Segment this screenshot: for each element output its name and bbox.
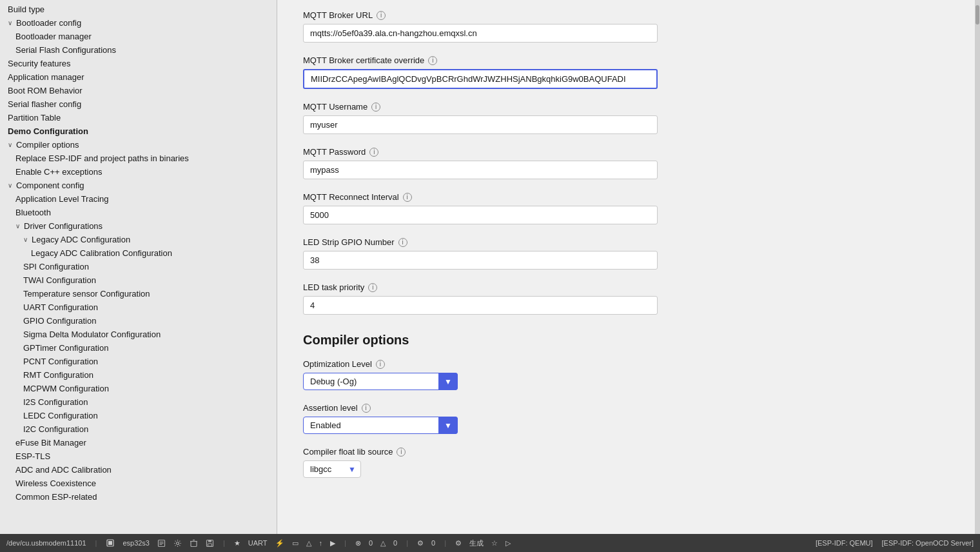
sidebar-item-label-bluetooth: Bluetooth xyxy=(15,208,51,217)
settings-icon[interactable] xyxy=(173,539,182,547)
info-icon-mqtt-reconnect-interval[interactable]: i xyxy=(403,193,412,202)
sidebar-item-application-manager[interactable]: Application manager xyxy=(0,70,277,84)
save-icon[interactable] xyxy=(206,539,214,547)
sidebar-item-enable-cpp-exceptions[interactable]: Enable C++ exceptions xyxy=(0,165,277,179)
sidebar-item-label-gpio-configuration: GPIO Configuration xyxy=(23,316,96,326)
field-label-text-mqtt-broker-cert-override: MQTT Broker certificate override xyxy=(303,55,424,65)
select-assertion-level[interactable]: EnabledDisabledSilent xyxy=(303,417,458,434)
generate-label[interactable]: 生成 xyxy=(469,538,484,548)
sidebar-item-label-i2c-configuration: I2C Configuration xyxy=(23,424,88,434)
sidebar-item-label-legacy-adc-calibration-configuration: Legacy ADC Calibration Configuration xyxy=(31,248,172,258)
field-value-mqtt-password[interactable]: mypass xyxy=(303,161,658,179)
sidebar-item-component-config[interactable]: Component config xyxy=(0,179,277,192)
compiler-field-label-text-optimization-level: Optimization Level xyxy=(303,359,372,369)
sidebar-item-build-type[interactable]: Build type xyxy=(0,3,277,16)
sidebar-item-i2s-configuration[interactable]: I2S Configuration xyxy=(0,395,277,409)
star-outline-icon[interactable]: ☆ xyxy=(491,539,498,547)
sidebar-item-legacy-adc-calibration-configuration[interactable]: Legacy ADC Calibration Configuration xyxy=(0,246,277,260)
chevron-down-icon xyxy=(8,19,12,26)
sidebar-item-mcpwm-configuration[interactable]: MCPWM Configuration xyxy=(0,382,277,395)
sidebar-item-label-ledc-configuration: LEDC Configuration xyxy=(23,411,98,420)
select-wrapper-optimization-level: Debug (-Og)Release (-O2)Size (-Os)Perfor… xyxy=(303,373,458,390)
sidebar-item-label-bootloader-manager: Bootloader manager xyxy=(15,32,92,41)
sidebar-item-wireless-coexistence[interactable]: Wireless Coexistence xyxy=(0,477,277,490)
sidebar-item-esp-tls[interactable]: ESP-TLS xyxy=(0,449,277,463)
sidebar-item-label-partition-table: Partition Table xyxy=(8,113,61,123)
chevron-down-icon xyxy=(23,236,28,243)
info-icon-mqtt-broker-cert-override[interactable]: i xyxy=(428,56,437,65)
field-value-led-strip-gpio-number[interactable]: 38 xyxy=(303,251,658,270)
info-icon-mqtt-username[interactable]: i xyxy=(371,103,380,112)
sidebar-item-serial-flash-configurations[interactable]: Serial Flash Configurations xyxy=(0,43,277,57)
build-icon[interactable]: △ xyxy=(306,539,311,547)
run-icon[interactable]: ▷ xyxy=(505,539,511,547)
sidebar-item-serial-flasher-config[interactable]: Serial flasher config xyxy=(0,97,277,111)
field-value-led-task-priority[interactable]: 4 xyxy=(303,296,658,315)
info-icon-mqtt-broker-url[interactable]: i xyxy=(377,11,386,20)
sidebar-item-temperature-sensor-configuration[interactable]: Temperature sensor Configuration xyxy=(0,287,277,301)
right-arrow-icon[interactable]: ▶ xyxy=(330,539,335,547)
file-icon[interactable] xyxy=(157,539,166,547)
info-icon-led-strip-gpio-number[interactable]: i xyxy=(398,238,407,247)
sidebar-item-boot-rom-behavior[interactable]: Boot ROM Behavior xyxy=(0,84,277,97)
field-value-mqtt-broker-url[interactable]: mqtts://o5ef0a39.ala.cn-hangzhou.emqxsl.… xyxy=(303,24,658,43)
sidebar-item-label-efuse-bit-manager: eFuse Bit Manager xyxy=(15,438,86,448)
sidebar-item-application-level-tracing[interactable]: Application Level Tracing xyxy=(0,192,277,206)
sidebar-item-demo-configuration[interactable]: Demo Configuration xyxy=(0,124,277,138)
trash-icon[interactable] xyxy=(190,539,198,547)
chevron-down-icon xyxy=(8,141,12,148)
svg-rect-1 xyxy=(108,541,112,545)
select-optimization-level[interactable]: Debug (-Og)Release (-O2)Size (-Os)Perfor… xyxy=(303,373,458,390)
idf-qemu-badge: [ESP-IDF: QEMU] xyxy=(816,539,873,547)
field-label-text-mqtt-broker-url: MQTT Broker URL xyxy=(303,10,373,20)
sidebar-item-label-esp-tls: ESP-TLS xyxy=(15,451,50,461)
star-icon[interactable]: ★ xyxy=(234,539,240,547)
field-value-mqtt-reconnect-interval[interactable]: 5000 xyxy=(303,206,658,224)
sidebar-item-bootloader-manager[interactable]: Bootloader manager xyxy=(0,30,277,43)
sidebar-item-compiler-options[interactable]: Compiler options xyxy=(0,138,277,152)
sidebar-item-legacy-adc-configuration[interactable]: Legacy ADC Configuration xyxy=(0,233,277,246)
sidebar-item-uart-configuration[interactable]: UART Configuration xyxy=(0,301,277,314)
info-icon-mqtt-password[interactable]: i xyxy=(369,148,378,157)
info-icon-compiler-float-lib-source[interactable]: i xyxy=(397,448,406,457)
svg-rect-11 xyxy=(208,540,211,542)
sidebar-item-ledc-configuration[interactable]: LEDC Configuration xyxy=(0,409,277,422)
info-icon-led-task-priority[interactable]: i xyxy=(368,283,377,292)
uart-label: UART xyxy=(248,539,268,547)
field-value-mqtt-username[interactable]: myuser xyxy=(303,115,658,134)
sidebar-item-label-serial-flash-configurations: Serial Flash Configurations xyxy=(15,45,116,55)
sidebar-item-sigma-delta-modulator-configuration[interactable]: Sigma Delta Modulator Configuration xyxy=(0,328,277,341)
sidebar-item-security-features[interactable]: Security features xyxy=(0,57,277,70)
select-wrapper-assertion-level: EnabledDisabledSilent▼ xyxy=(303,417,458,434)
sidebar-item-replace-esp-idf[interactable]: Replace ESP-IDF and project paths in bin… xyxy=(0,152,277,165)
field-value-mqtt-broker-cert-override[interactable]: MIIDrzCCApegAwIBAglQCDvgVpBCRrGhdWrJWZHH… xyxy=(303,69,658,89)
scrollbar-thumb[interactable] xyxy=(975,5,979,25)
sidebar-item-spi-configuration[interactable]: SPI Configuration xyxy=(0,260,277,273)
info-icon-assertion-level[interactable]: i xyxy=(362,404,371,413)
info-icon-optimization-level[interactable]: i xyxy=(376,360,385,369)
gear-icon[interactable]: ⚙ xyxy=(455,539,462,547)
sidebar-item-i2c-configuration[interactable]: I2C Configuration xyxy=(0,422,277,436)
sidebar-item-driver-configurations[interactable]: Driver Configurations xyxy=(0,219,277,233)
sidebar-item-label-replace-esp-idf: Replace ESP-IDF and project paths in bin… xyxy=(15,153,189,163)
sidebar-item-common-esp-related[interactable]: Common ESP-related xyxy=(0,490,277,504)
field-label-mqtt-broker-cert-override: MQTT Broker certificate overridei xyxy=(303,55,767,65)
field-group-mqtt-broker-cert-override: MQTT Broker certificate overrideiMIIDrzC… xyxy=(303,55,767,89)
sidebar-item-rmt-configuration[interactable]: RMT Configuration xyxy=(0,368,277,382)
sidebar-item-adc-and-adc-calibration[interactable]: ADC and ADC Calibration xyxy=(0,463,277,477)
sidebar-item-twai-configuration[interactable]: TWAI Configuration xyxy=(0,273,277,287)
sidebar-item-pcnt-configuration[interactable]: PCNT Configuration xyxy=(0,355,277,368)
field-group-mqtt-password: MQTT Passwordimypass xyxy=(303,147,767,179)
sidebar-item-bluetooth[interactable]: Bluetooth xyxy=(0,206,277,219)
sidebar-item-efuse-bit-manager[interactable]: eFuse Bit Manager xyxy=(0,436,277,449)
sidebar-item-bootloader-config[interactable]: Bootloader config xyxy=(0,16,277,30)
sidebar-item-partition-table[interactable]: Partition Table xyxy=(0,111,277,124)
scrollbar-rail[interactable] xyxy=(975,0,980,534)
sidebar-item-gptimer-configuration[interactable]: GPTimer Configuration xyxy=(0,341,277,355)
flash-icon[interactable]: ⚡ xyxy=(275,539,284,547)
monitor-icon[interactable]: ▭ xyxy=(292,539,299,547)
select-small-compiler-float-lib-source[interactable]: libgccrvfplib xyxy=(303,460,361,478)
sidebar-item-gpio-configuration[interactable]: GPIO Configuration xyxy=(0,314,277,328)
sidebar-item-label-spi-configuration: SPI Configuration xyxy=(23,262,89,271)
upload-icon[interactable]: ↑ xyxy=(319,539,323,547)
